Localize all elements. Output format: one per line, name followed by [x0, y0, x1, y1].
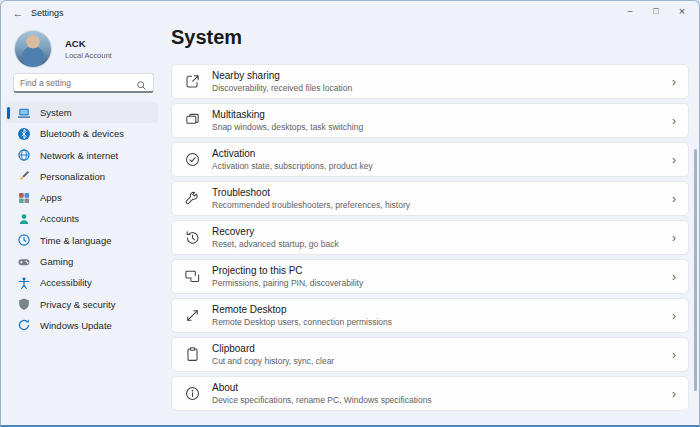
card-subtitle: Reset, advanced startup, go back: [212, 239, 672, 249]
close-button[interactable]: ×: [669, 2, 695, 19]
search-box: [13, 73, 154, 93]
card-text: Remote Desktop Remote Desktop users, con…: [212, 304, 672, 327]
card-text: Clipboard Cut and copy history, sync, cl…: [212, 343, 672, 366]
card-subtitle: Device specifications, rename PC, Window…: [212, 395, 672, 405]
card-activation[interactable]: Activation Activation state, subscriptio…: [171, 142, 689, 177]
card-title: Multitasking: [212, 109, 672, 120]
card-text: Recovery Reset, advanced startup, go bac…: [212, 226, 672, 249]
nearby-sharing-icon: [184, 73, 201, 90]
sidebar-item-label: Apps: [40, 192, 62, 203]
activation-icon: [184, 151, 201, 168]
card-clipboard[interactable]: Clipboard Cut and copy history, sync, cl…: [171, 337, 689, 372]
sidebar-item-accounts[interactable]: Accounts: [6, 208, 158, 229]
card-title: Projecting to this PC: [212, 265, 672, 276]
sidebar-item-label: Personalization: [40, 171, 105, 182]
network-icon: [17, 148, 31, 162]
accessibility-icon: [17, 276, 31, 290]
card-text: Multitasking Snap windows, desktops, tas…: [212, 109, 672, 132]
sidebar-item-label: Gaming: [40, 256, 73, 267]
chevron-right-icon: ›: [672, 349, 676, 361]
sidebar-item-accessibility[interactable]: Accessibility: [6, 272, 158, 293]
card-text: Nearby sharing Discoverability, received…: [212, 70, 672, 93]
chevron-right-icon: ›: [672, 310, 676, 322]
settings-card-list: Nearby sharing Discoverability, received…: [171, 64, 689, 415]
sidebar-item-label: Privacy & security: [40, 299, 116, 310]
minimize-button[interactable]: –: [617, 2, 643, 19]
privacy-security-icon: [17, 297, 31, 311]
sidebar-item-label: Accessibility: [40, 277, 92, 288]
account-text: ACK Local Account: [65, 38, 112, 60]
card-title: Nearby sharing: [212, 70, 672, 81]
chevron-right-icon: ›: [672, 271, 676, 283]
apps-icon: [17, 191, 31, 205]
sidebar-item-network-internet[interactable]: Network & internet: [6, 145, 158, 166]
account-header[interactable]: ACK Local Account: [14, 29, 159, 69]
card-title: About: [212, 382, 672, 393]
page-title: System: [171, 26, 242, 49]
account-name: ACK: [65, 38, 112, 49]
clipboard-icon: [184, 346, 201, 363]
sidebar-item-label: Network & internet: [40, 150, 118, 161]
sidebar-item-system[interactable]: System: [6, 102, 158, 123]
sidebar-item-personalization[interactable]: Personalization: [6, 166, 158, 187]
card-nearby-sharing[interactable]: Nearby sharing Discoverability, received…: [171, 64, 689, 99]
card-remote-desktop[interactable]: Remote Desktop Remote Desktop users, con…: [171, 298, 689, 333]
multitasking-icon: [184, 112, 201, 129]
sidebar-item-apps[interactable]: Apps: [6, 187, 158, 208]
card-title: Clipboard: [212, 343, 672, 354]
personalization-icon: [17, 169, 31, 183]
sidebar: ACK Local Account System: [1, 1, 163, 425]
sidebar-item-time-language[interactable]: Time & language: [6, 230, 158, 251]
chevron-right-icon: ›: [672, 115, 676, 127]
card-text: Projecting to this PC Permissions, pairi…: [212, 265, 672, 288]
card-subtitle: Permissions, pairing PIN, discoverabilit…: [212, 278, 672, 288]
card-title: Activation: [212, 148, 672, 159]
bluetooth-icon: [17, 127, 31, 141]
about-icon: [184, 385, 201, 402]
chevron-right-icon: ›: [672, 232, 676, 244]
card-text: Troubleshoot Recommended troubleshooters…: [212, 187, 672, 210]
search-icon: [136, 77, 147, 88]
sidebar-item-privacy-security[interactable]: Privacy & security: [6, 294, 158, 315]
card-subtitle: Snap windows, desktops, task switching: [212, 122, 672, 132]
maximize-button[interactable]: □: [643, 2, 669, 19]
gaming-icon: [17, 255, 31, 269]
search-input[interactable]: [20, 78, 136, 88]
card-subtitle: Remote Desktop users, connection permiss…: [212, 317, 672, 327]
card-subtitle: Cut and copy history, sync, clear: [212, 356, 672, 366]
card-text: Activation Activation state, subscriptio…: [212, 148, 672, 171]
card-troubleshoot[interactable]: Troubleshoot Recommended troubleshooters…: [171, 181, 689, 216]
sidebar-item-label: Time & language: [40, 235, 111, 246]
sidebar-nav: System Bluetooth & devices Network & int…: [1, 102, 163, 336]
settings-window: ← Settings – □ × ACK Local Account: [0, 0, 700, 427]
chevron-right-icon: ›: [672, 388, 676, 400]
windows-update-icon: [17, 318, 31, 332]
sidebar-item-gaming[interactable]: Gaming: [6, 251, 158, 272]
recovery-icon: [184, 229, 201, 246]
sidebar-item-label: Windows Update: [40, 320, 112, 331]
avatar: [14, 30, 52, 68]
card-recovery[interactable]: Recovery Reset, advanced startup, go bac…: [171, 220, 689, 255]
remote-desktop-icon: [184, 307, 201, 324]
sidebar-item-label: System: [40, 107, 72, 118]
chevron-right-icon: ›: [672, 76, 676, 88]
accent-pill: [7, 107, 10, 119]
card-about[interactable]: About Device specifications, rename PC, …: [171, 376, 689, 411]
card-title: Remote Desktop: [212, 304, 672, 315]
account-type: Local Account: [65, 51, 112, 60]
card-subtitle: Activation state, subscriptions, product…: [212, 161, 672, 171]
projecting-icon: [184, 268, 201, 285]
sidebar-item-label: Accounts: [40, 213, 79, 224]
card-multitasking[interactable]: Multitasking Snap windows, desktops, tas…: [171, 103, 689, 138]
card-projecting-to-this-pc[interactable]: Projecting to this PC Permissions, pairi…: [171, 259, 689, 294]
chevron-right-icon: ›: [672, 193, 676, 205]
card-subtitle: Recommended troubleshooters, preferences…: [212, 200, 672, 210]
sidebar-item-bluetooth-devices[interactable]: Bluetooth & devices: [6, 123, 158, 144]
accounts-icon: [17, 212, 31, 226]
vertical-scrollbar[interactable]: [694, 149, 697, 391]
sidebar-item-label: Bluetooth & devices: [40, 128, 124, 139]
time-language-icon: [17, 233, 31, 247]
troubleshoot-icon: [184, 190, 201, 207]
window-controls: – □ ×: [617, 2, 695, 19]
sidebar-item-windows-update[interactable]: Windows Update: [6, 315, 158, 336]
